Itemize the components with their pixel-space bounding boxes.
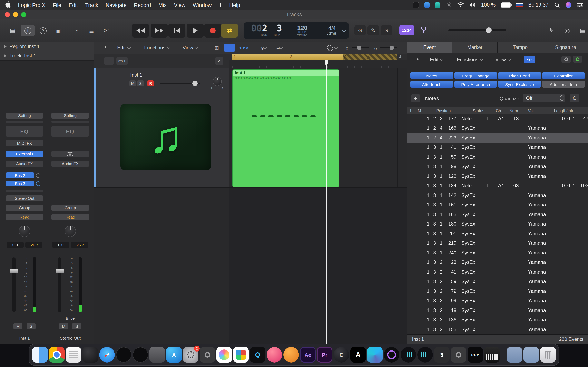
play-button[interactable] — [187, 24, 204, 38]
siri-icon[interactable] — [566, 2, 571, 8]
filter-additional-info[interactable]: Additional Info — [542, 81, 585, 88]
count-in-button[interactable]: 1234 — [399, 25, 414, 35]
solo-button[interactable]: S — [72, 323, 81, 329]
menubar-item[interactable]: Window — [193, 2, 212, 8]
dock-safari[interactable] — [99, 347, 115, 363]
send-slot-empty[interactable] — [6, 190, 43, 192]
disclosure-triangle-icon[interactable] — [4, 45, 7, 48]
list-editors-button[interactable]: ≡ — [529, 25, 543, 36]
add-event-button[interactable]: + — [411, 94, 420, 102]
channel-strip-name[interactable]: Stereo Out — [50, 336, 91, 341]
editors-button[interactable]: ✂ — [100, 25, 113, 36]
fader-handle[interactable] — [56, 269, 64, 273]
eq-thumbnail[interactable]: EQ — [6, 126, 43, 137]
send-2-knob[interactable] — [36, 181, 40, 186]
dock-system-settings[interactable]: 2 — [183, 347, 199, 363]
dock-separator[interactable] — [503, 346, 503, 363]
fader-handle[interactable] — [10, 269, 18, 273]
loop-browser-button[interactable]: ◎ — [560, 25, 574, 36]
event-row[interactable]: 131240 SysEx Yamaha — [407, 248, 588, 258]
apple-menu-icon[interactable] — [5, 1, 11, 9]
bounce-label[interactable]: Bnce — [50, 316, 91, 320]
quantize-dropdown[interactable]: Off — [523, 94, 565, 102]
event-row[interactable]: 131180 SysEx Yamaha — [407, 219, 588, 229]
horizontal-zoom-slider[interactable] — [380, 47, 397, 48]
dock-audio-app-2[interactable] — [417, 347, 433, 363]
pan-knob[interactable] — [19, 225, 30, 237]
midi-fx-slot[interactable]: MIDI FX — [6, 140, 43, 146]
dock-photo-booth[interactable] — [200, 347, 215, 363]
event-row[interactable]: 131165 SysEx Yamaha — [407, 210, 588, 219]
playhead[interactable] — [326, 60, 327, 344]
vertical-zoom-icon[interactable]: ↕ — [344, 44, 350, 52]
dock-photos[interactable] — [216, 347, 232, 363]
grid-button[interactable]: ⊞ — [212, 44, 222, 52]
track-pan-knob[interactable] — [213, 77, 222, 86]
track-mute-button[interactable]: M — [130, 80, 136, 86]
eq-thumbnail[interactable]: EQ — [52, 126, 89, 137]
lcd-signature-key[interactable]: 4/4 Cmaj — [315, 22, 349, 39]
note-pads-button[interactable]: ✎ — [545, 25, 559, 36]
inspector-button[interactable]: i — [21, 25, 35, 36]
event-row[interactable]: 13241 SysEx Yamaha — [407, 267, 588, 277]
add-track-button[interactable]: + — [104, 57, 114, 65]
dock-pixel-app[interactable] — [367, 347, 383, 363]
menubar-item[interactable]: Help — [229, 2, 240, 8]
event-row[interactable]: 13299 SysEx Yamaha — [407, 296, 588, 305]
midi-filter-button[interactable]: >▼< — [524, 56, 535, 63]
dock-after-effects[interactable]: Ae — [300, 347, 316, 363]
menubar-item[interactable]: Mix — [158, 2, 167, 8]
smart-controls-button[interactable]: ◔ — [69, 25, 83, 36]
event-row[interactable]: 122177 Note 1 A4 13 00147 — [407, 114, 588, 123]
tab-event[interactable]: Event — [407, 42, 452, 53]
format-button[interactable] — [52, 151, 89, 157]
event-row[interactable]: 131122 SysEx Yamaha — [407, 171, 588, 181]
menubar-item[interactable]: Record — [134, 2, 151, 8]
event-row[interactable]: 131161 SysEx Yamaha — [407, 200, 588, 210]
dock-chrome[interactable] — [49, 347, 65, 363]
automation-mode-button[interactable]: Read — [6, 214, 43, 220]
dock-capture-one[interactable] — [384, 347, 399, 363]
event-row[interactable]: 124223 SysEx Yamaha — [407, 133, 588, 142]
lcd-chevron-icon[interactable] — [342, 28, 346, 33]
stepper-icon[interactable] — [561, 95, 563, 101]
arrange-grid[interactable]: Inst 1 xxxxx xxxxxxx xxxx xxx xxxxxxxxxx… — [229, 68, 407, 344]
view-menu[interactable]: View — [495, 57, 510, 62]
filter-syst-exclusive[interactable]: Syst. Exclusive — [498, 81, 541, 88]
region-name-bar[interactable]: Inst 1 — [233, 70, 339, 76]
setting-button[interactable]: Setting — [52, 113, 89, 119]
dock-app-store[interactable]: A — [166, 347, 182, 363]
dock-black-app-1[interactable] — [116, 347, 131, 363]
event-row[interactable]: 132155 SysEx Yamaha — [407, 325, 588, 334]
master-volume-slider[interactable] — [448, 29, 506, 31]
track-header[interactable]: 1 Inst 1 M S R LR ♫ — [94, 68, 229, 188]
dock-premiere[interactable]: Pr — [317, 347, 332, 363]
hierarchy-up-icon[interactable]: ↰ — [414, 56, 423, 64]
tab-signature[interactable]: Signature — [543, 42, 588, 53]
dock-dark-app[interactable] — [82, 347, 98, 363]
disclosure-triangle-icon[interactable] — [4, 54, 7, 58]
group-slot[interactable]: Group — [6, 205, 43, 211]
record-button[interactable] — [204, 24, 221, 38]
display-icon[interactable] — [413, 2, 419, 8]
audio-fx-slot[interactable]: Audio FX — [52, 161, 89, 167]
toolbar-toggle-button[interactable]: ▣ — [51, 25, 65, 36]
arrange-empty-area[interactable] — [229, 187, 407, 344]
dock-cinema-4d[interactable]: C — [334, 347, 349, 363]
blue-status-icon[interactable] — [424, 2, 430, 8]
autopunch-range[interactable] — [343, 54, 397, 60]
master-volume-knob[interactable] — [486, 27, 492, 33]
event-row[interactable]: 13159 SysEx Yamaha — [407, 152, 588, 162]
event-row[interactable]: 13141 SysEx Yamaha — [407, 142, 588, 152]
vertical-zoom-slider[interactable] — [352, 47, 369, 48]
dock-astra[interactable]: A — [350, 347, 366, 363]
catch-playhead-button[interactable] — [573, 56, 582, 63]
pan-knob[interactable] — [65, 225, 76, 237]
dock-orange-app[interactable] — [283, 347, 299, 363]
track-name[interactable]: Inst 1 — [130, 72, 142, 78]
event-row[interactable]: 13223 SysEx Yamaha — [407, 258, 588, 267]
wifi-icon[interactable] — [457, 2, 464, 8]
event-row[interactable]: 124165 SysEx Yamaha — [407, 123, 588, 133]
send-slot-1[interactable]: Bus 2 — [6, 173, 43, 178]
automation-mode-button[interactable]: Read — [52, 214, 89, 220]
